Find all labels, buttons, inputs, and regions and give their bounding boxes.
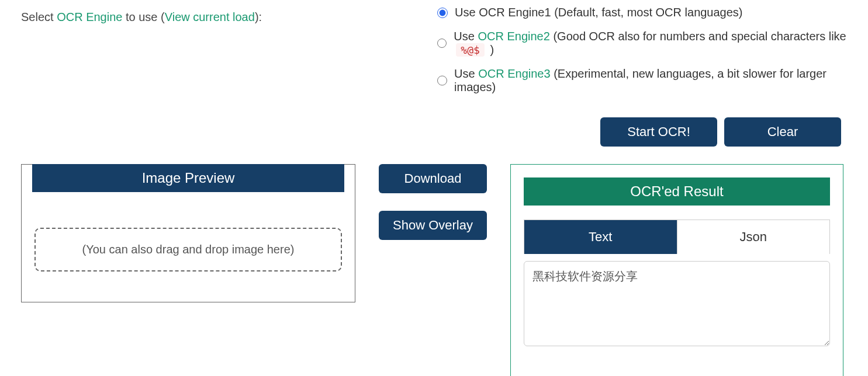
label-suffix: ): <box>255 11 262 23</box>
engine-option-3[interactable]: Use OCR Engine3 (Experimental, new langu… <box>437 67 847 94</box>
engine-radio-3[interactable] <box>437 75 447 86</box>
clear-button[interactable]: Clear <box>724 117 841 147</box>
engine-text-2: Use OCR Engine2 (Good OCR also for numbe… <box>454 30 847 57</box>
engine2-desc: (Good OCR also for numbers and special c… <box>550 30 846 43</box>
ocr-engine-link[interactable]: OCR Engine <box>57 11 122 23</box>
special-chars-badge: %@$ <box>456 43 485 57</box>
show-overlay-button[interactable]: Show Overlay <box>379 211 487 240</box>
start-ocr-button[interactable]: Start OCR! <box>600 117 717 147</box>
result-tabs: Text Json <box>524 220 830 254</box>
result-panel: OCR'ed Result Text Json <box>510 164 843 376</box>
engine2-prefix: Use <box>454 30 478 43</box>
engine3-prefix: Use <box>454 67 478 80</box>
engine-option-1[interactable]: Use OCR Engine1 (Default, fast, most OCR… <box>437 6 847 19</box>
engine-options: Use OCR Engine1 (Default, fast, most OCR… <box>437 6 847 94</box>
engine3-link[interactable]: OCR Engine3 <box>478 67 550 80</box>
engine-text-3: Use OCR Engine3 (Experimental, new langu… <box>454 67 847 94</box>
image-drop-area[interactable]: (You can also drag and drop image here) <box>34 228 342 271</box>
panels-row: Image Preview (You can also drag and dro… <box>21 164 847 376</box>
engine-text-1: Use OCR Engine1 (Default, fast, most OCR… <box>455 6 742 19</box>
engine-radio-2[interactable] <box>437 38 447 48</box>
engine2-link[interactable]: OCR Engine2 <box>478 30 549 43</box>
download-button[interactable]: Download <box>379 164 487 193</box>
image-preview-header: Image Preview <box>32 164 344 192</box>
label-mid: to use ( <box>122 11 164 23</box>
result-header: OCR'ed Result <box>524 177 830 206</box>
tab-text[interactable]: Text <box>524 220 677 254</box>
middle-buttons: Download Show Overlay <box>379 164 487 240</box>
engine-option-2[interactable]: Use OCR Engine2 (Good OCR also for numbe… <box>437 30 847 57</box>
engine2-tail: ) <box>487 43 494 56</box>
engine-radio-1[interactable] <box>437 8 448 18</box>
label-prefix: Select <box>21 11 57 23</box>
result-textarea[interactable] <box>524 261 830 346</box>
select-engine-label: Select OCR Engine to use (View current l… <box>21 6 262 24</box>
tab-json[interactable]: Json <box>677 220 830 254</box>
image-preview-panel: Image Preview (You can also drag and dro… <box>21 164 355 302</box>
view-load-link[interactable]: View current load <box>165 11 255 23</box>
action-row: Start OCR! Clear <box>21 117 847 147</box>
